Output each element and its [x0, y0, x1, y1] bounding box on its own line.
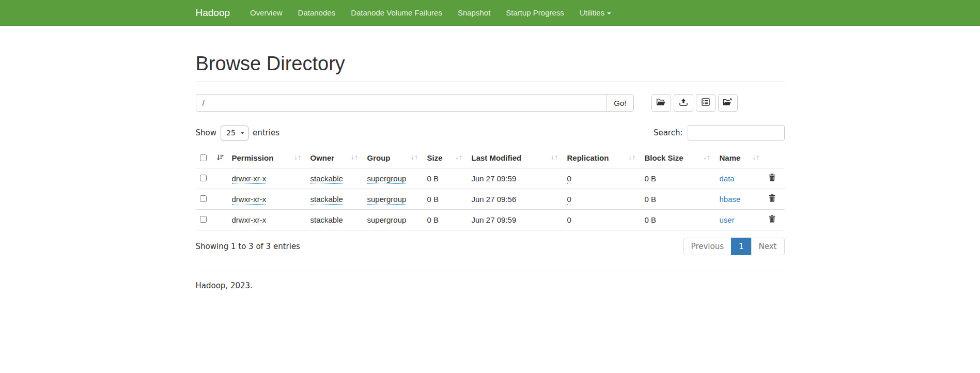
size-value: 0 B	[427, 174, 439, 183]
sort-ascending-icon	[216, 153, 224, 162]
move-to-button[interactable]	[718, 94, 738, 112]
delete-button[interactable]	[769, 194, 775, 202]
top-navbar: Hadoop Overview Datanodes Datanode Volum…	[0, 0, 980, 26]
nav-item-utilities-dropdown[interactable]: Utilities	[572, 0, 619, 26]
permission-value[interactable]: drwxr-xr-x	[232, 195, 267, 205]
group-value[interactable]: supergroup	[367, 215, 407, 225]
delete-button[interactable]	[769, 174, 775, 181]
last-modified-value: Jun 27 09:56	[472, 195, 517, 204]
permission-value[interactable]: drwxr-xr-x	[232, 215, 267, 225]
column-header-name[interactable]: Name↓↑	[715, 149, 765, 168]
directory-listing-table: Permission↓↑ Owner↓↑ Group↓↑ Size↓↑ Last…	[196, 149, 785, 230]
owner-value[interactable]: stackable	[310, 174, 343, 184]
navbar-brand[interactable]: Hadoop	[196, 0, 243, 26]
directory-link[interactable]: user	[720, 215, 735, 224]
last-modified-value: Jun 27 09:59	[472, 215, 517, 224]
group-value[interactable]: supergroup	[367, 195, 407, 205]
replication-value[interactable]: 0	[567, 195, 571, 205]
trash-icon	[769, 196, 775, 204]
table-info: Showing 1 to 3 of 3 entries	[196, 242, 300, 251]
cut-paste-button[interactable]	[696, 94, 715, 112]
go-button[interactable]: Go!	[606, 94, 633, 112]
sort-both-icon: ↓↑	[752, 154, 760, 161]
block-size-value: 0 B	[645, 174, 657, 183]
nav-item-snapshot[interactable]: Snapshot	[450, 0, 498, 26]
file-action-buttons	[651, 94, 738, 112]
sort-both-icon: ↓↑	[628, 154, 636, 161]
trash-icon	[769, 175, 775, 183]
table-row: drwxr-xr-x stackable supergroup 0 B Jun …	[196, 210, 785, 230]
table-header-row: Permission↓↑ Owner↓↑ Group↓↑ Size↓↑ Last…	[196, 149, 785, 168]
column-header-actions	[765, 149, 785, 168]
upload-files-button[interactable]	[674, 94, 693, 112]
column-header-group[interactable]: Group↓↑	[363, 149, 423, 168]
nav-item-overview[interactable]: Overview	[242, 0, 290, 26]
trash-icon	[769, 216, 775, 224]
select-all-checkbox[interactable]	[200, 154, 207, 161]
column-header-select-all[interactable]	[196, 149, 228, 168]
column-header-last-modified[interactable]: Last Modified↓↑	[468, 149, 563, 168]
group-value[interactable]: supergroup	[367, 174, 407, 184]
column-header-replication[interactable]: Replication↓↑	[563, 149, 641, 168]
size-value: 0 B	[427, 195, 439, 204]
block-size-value: 0 B	[645, 215, 657, 224]
directory-path-input[interactable]	[196, 94, 608, 112]
upload-icon	[679, 98, 688, 107]
create-directory-button[interactable]	[651, 94, 671, 112]
replication-value[interactable]: 0	[567, 174, 571, 184]
page-header: Browse Directory	[196, 53, 785, 82]
caret-down-icon	[607, 12, 611, 14]
permission-value[interactable]: drwxr-xr-x	[232, 174, 267, 184]
footer-divider	[196, 271, 785, 271]
folder-transfer-icon	[723, 98, 732, 107]
sort-both-icon: ↓↑	[350, 154, 359, 161]
column-header-block-size[interactable]: Block Size↓↑	[641, 149, 715, 168]
sort-both-icon: ↓↑	[410, 154, 418, 161]
table-row: drwxr-xr-x stackable supergroup 0 B Jun …	[196, 168, 785, 189]
delete-button[interactable]	[769, 215, 775, 223]
replication-value[interactable]: 0	[567, 215, 571, 225]
sort-both-icon: ↓↑	[703, 154, 711, 161]
table-row: drwxr-xr-x stackable supergroup 0 B Jun …	[196, 189, 785, 210]
last-modified-value: Jun 27 09:59	[472, 174, 517, 183]
sort-both-icon: ↓↑	[455, 154, 463, 161]
list-alt-icon	[702, 98, 710, 107]
row-checkbox[interactable]	[200, 216, 207, 223]
block-size-value: 0 B	[645, 195, 657, 204]
size-value: 0 B	[427, 215, 439, 224]
entries-length-select-shell: 25	[221, 126, 248, 141]
entries-label: entries	[253, 128, 279, 137]
nav-item-startup-progress[interactable]: Startup Progress	[498, 0, 572, 26]
directory-link[interactable]: data	[720, 174, 735, 183]
search-label: Search:	[654, 128, 683, 137]
footer-text: Hadoop, 2023.	[196, 281, 785, 290]
search-input[interactable]	[688, 125, 785, 141]
column-header-size[interactable]: Size↓↑	[423, 149, 468, 168]
directory-link[interactable]: hbase	[720, 195, 741, 204]
row-checkbox[interactable]	[200, 175, 207, 181]
previous-page-button[interactable]: Previous	[683, 238, 732, 255]
directory-input-group: Go!	[196, 94, 634, 112]
next-page-button[interactable]: Next	[751, 238, 785, 255]
nav-item-datanode-volume-failures[interactable]: Datanode Volume Failures	[343, 0, 450, 26]
page-title: Browse Directory	[196, 53, 785, 75]
pagination: Previous 1 Next	[683, 238, 785, 255]
sort-both-icon: ↓↑	[293, 154, 302, 161]
row-checkbox[interactable]	[200, 195, 207, 202]
entries-length-select[interactable]: 25	[221, 126, 248, 141]
table-controls: Show 25 entries Search:	[196, 125, 785, 141]
page-number-button[interactable]: 1	[731, 238, 752, 255]
folder-open-icon	[657, 98, 665, 107]
path-bar: Go!	[196, 94, 785, 112]
column-header-owner[interactable]: Owner↓↑	[306, 149, 363, 168]
owner-value[interactable]: stackable	[310, 195, 343, 205]
utilities-label: Utilities	[580, 8, 604, 17]
sort-both-icon: ↓↑	[550, 154, 558, 161]
column-header-permission[interactable]: Permission↓↑	[228, 149, 306, 168]
owner-value[interactable]: stackable	[310, 215, 343, 225]
show-label: Show	[196, 128, 216, 137]
nav-item-datanodes[interactable]: Datanodes	[290, 0, 344, 26]
